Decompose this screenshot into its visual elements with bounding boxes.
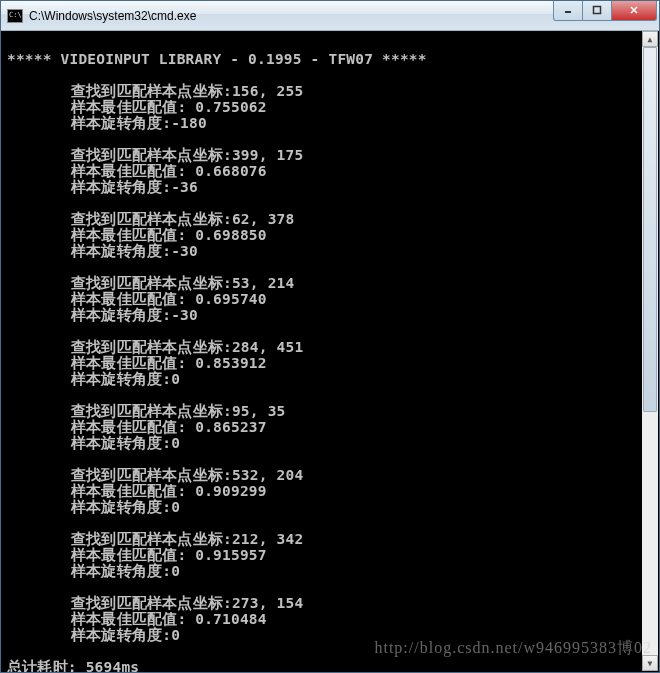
match-line: 样本最佳匹配值: 0.710484 xyxy=(71,611,653,627)
minimize-icon xyxy=(563,5,573,15)
coord-line: 查找到匹配样本点坐标:284, 451 xyxy=(71,339,653,355)
angle-line: 样本旋转角度:0 xyxy=(71,499,653,515)
cmd-window: C:\Windows\system32\cmd.exe ***** VIDEOI… xyxy=(0,0,660,673)
close-icon xyxy=(629,5,639,15)
result-block-8: 查找到匹配样本点坐标:273, 154样本最佳匹配值: 0.710484样本旋转… xyxy=(71,595,653,643)
maximize-button[interactable] xyxy=(582,1,612,21)
result-block-4: 查找到匹配样本点坐标:284, 451样本最佳匹配值: 0.853912样本旋转… xyxy=(71,339,653,387)
result-block-6: 查找到匹配样本点坐标:532, 204样本最佳匹配值: 0.909299样本旋转… xyxy=(71,467,653,515)
result-block-1: 查找到匹配样本点坐标:399, 175样本最佳匹配值: 0.668076样本旋转… xyxy=(71,147,653,195)
scroll-up-button[interactable]: ▲ xyxy=(642,31,658,47)
coord-line: 查找到匹配样本点坐标:156, 255 xyxy=(71,83,653,99)
match-line: 样本最佳匹配值: 0.695740 xyxy=(71,291,653,307)
angle-line: 样本旋转角度:0 xyxy=(71,371,653,387)
angle-line: 样本旋转角度:-30 xyxy=(71,243,653,259)
titlebar[interactable]: C:\Windows\system32\cmd.exe xyxy=(1,1,659,31)
svg-rect-1 xyxy=(594,7,601,14)
coord-line: 查找到匹配样本点坐标:95, 35 xyxy=(71,403,653,419)
match-line: 样本最佳匹配值: 0.915957 xyxy=(71,547,653,563)
coord-line: 查找到匹配样本点坐标:212, 342 xyxy=(71,531,653,547)
match-line: 样本最佳匹配值: 0.668076 xyxy=(71,163,653,179)
match-line: 样本最佳匹配值: 0.755062 xyxy=(71,99,653,115)
angle-line: 样本旋转角度:0 xyxy=(71,627,653,643)
coord-line: 查找到匹配样本点坐标:53, 214 xyxy=(71,275,653,291)
coord-line: 查找到匹配样本点坐标:273, 154 xyxy=(71,595,653,611)
lib-header: ***** VIDEOINPUT LIBRARY - 0.1995 - TFW0… xyxy=(7,51,653,67)
window-controls xyxy=(553,1,657,21)
match-line: 样本最佳匹配值: 0.853912 xyxy=(71,355,653,371)
result-block-3: 查找到匹配样本点坐标:53, 214样本最佳匹配值: 0.695740样本旋转角… xyxy=(71,275,653,323)
angle-line: 样本旋转角度:-30 xyxy=(71,307,653,323)
coord-line: 查找到匹配样本点坐标:399, 175 xyxy=(71,147,653,163)
result-block-7: 查找到匹配样本点坐标:212, 342样本最佳匹配值: 0.915957样本旋转… xyxy=(71,531,653,579)
vertical-scrollbar[interactable]: ▲ ▼ xyxy=(642,31,658,671)
coord-line: 查找到匹配样本点坐标:532, 204 xyxy=(71,467,653,483)
console-output: ***** VIDEOINPUT LIBRARY - 0.1995 - TFW0… xyxy=(1,31,659,672)
match-line: 样本最佳匹配值: 0.698850 xyxy=(71,227,653,243)
scroll-down-button[interactable]: ▼ xyxy=(642,655,658,671)
angle-line: 样本旋转角度:0 xyxy=(71,435,653,451)
scroll-thumb[interactable] xyxy=(643,47,657,412)
scroll-track[interactable] xyxy=(642,47,658,655)
angle-line: 样本旋转角度:-36 xyxy=(71,179,653,195)
angle-line: 样本旋转角度:0 xyxy=(71,563,653,579)
result-block-5: 查找到匹配样本点坐标:95, 35样本最佳匹配值: 0.865237样本旋转角度… xyxy=(71,403,653,451)
minimize-button[interactable] xyxy=(553,1,583,21)
cmd-icon xyxy=(7,9,23,23)
close-button[interactable] xyxy=(611,1,657,21)
result-block-2: 查找到匹配样本点坐标:62, 378样本最佳匹配值: 0.698850样本旋转角… xyxy=(71,211,653,259)
match-line: 样本最佳匹配值: 0.909299 xyxy=(71,483,653,499)
window-title: C:\Windows\system32\cmd.exe xyxy=(29,9,553,23)
coord-line: 查找到匹配样本点坐标:62, 378 xyxy=(71,211,653,227)
total-time: 总计耗时: 5694ms xyxy=(7,659,653,672)
match-line: 样本最佳匹配值: 0.865237 xyxy=(71,419,653,435)
result-block-0: 查找到匹配样本点坐标:156, 255样本最佳匹配值: 0.755062样本旋转… xyxy=(71,83,653,131)
maximize-icon xyxy=(592,5,602,15)
angle-line: 样本旋转角度:-180 xyxy=(71,115,653,131)
